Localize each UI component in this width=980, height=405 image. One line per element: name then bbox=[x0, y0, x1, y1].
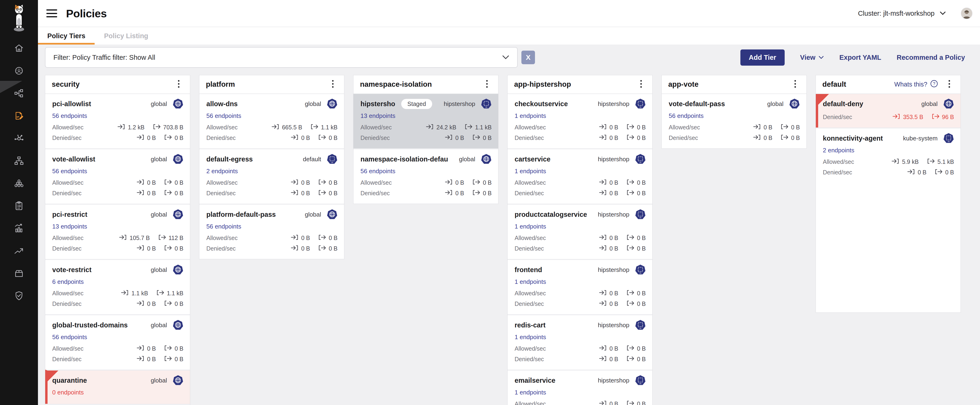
endpoints-link[interactable]: 56 endpoints bbox=[206, 222, 241, 230]
policy-card[interactable]: vote-restrictglobal6 endpointsAllowed/se… bbox=[45, 259, 190, 314]
policy-card[interactable]: default-egressdefaultns2 endpointsAllowe… bbox=[199, 148, 344, 204]
policy-card[interactable]: namespace-isolation-default-p…global56 e… bbox=[353, 148, 498, 204]
policy-card[interactable]: redis-carthipstershopns1 endpointsAllowe… bbox=[508, 314, 652, 370]
sidebar-item-workloads[interactable] bbox=[14, 268, 24, 279]
sidebar-item-clusters[interactable] bbox=[14, 178, 24, 188]
policy-card[interactable]: default-denyglobalDenied/sec353.5 B96 B bbox=[816, 94, 961, 128]
user-avatar[interactable] bbox=[961, 8, 972, 19]
tier-menu-button[interactable] bbox=[482, 79, 492, 89]
policy-card[interactable]: hipstershop-gh…Stagedhipstershopns13 end… bbox=[353, 94, 498, 148]
policy-card[interactable]: security-default-passglobal bbox=[45, 404, 190, 405]
stat-values: 0 B0 B bbox=[599, 134, 646, 142]
outbound-value: 0 B bbox=[318, 134, 337, 142]
sidebar-item-home[interactable] bbox=[14, 43, 24, 53]
policy-name: checkoutservice bbox=[515, 100, 568, 108]
tier-menu-button[interactable] bbox=[945, 79, 954, 89]
recommend-policy-button[interactable]: Recommend a Policy bbox=[897, 54, 965, 61]
tier-menu-button[interactable] bbox=[328, 79, 337, 89]
policy-card[interactable]: frontendhipstershopns1 endpointsAllowed/… bbox=[508, 259, 652, 314]
inbound-bytes: 0 B bbox=[609, 234, 618, 241]
endpoints-link[interactable]: 56 endpoints bbox=[52, 167, 87, 175]
endpoints-link[interactable]: 56 endpoints bbox=[669, 112, 703, 120]
policy-card[interactable]: allow-dnsglobal56 endpointsAllowed/sec66… bbox=[199, 94, 344, 148]
policy-card[interactable]: cartservicehipstershopns1 endpointsAllow… bbox=[508, 148, 652, 204]
inbound-bytes: 0 B bbox=[609, 345, 618, 352]
endpoints-link[interactable]: 13 endpoints bbox=[361, 112, 395, 120]
endpoints-link[interactable]: 1 endpoints bbox=[515, 167, 546, 175]
policy-card-top: vote-default-passglobal bbox=[669, 99, 800, 109]
tier-menu-button[interactable] bbox=[174, 79, 183, 89]
outbound-value: 0 B bbox=[627, 345, 646, 352]
sidebar-item-threat-defense[interactable] bbox=[14, 291, 24, 301]
tab-policy-listing[interactable]: Policy Listing bbox=[95, 27, 158, 45]
export-yaml-button[interactable]: Export YAML bbox=[839, 54, 881, 61]
inbound-bytes: 0 B bbox=[147, 300, 156, 307]
traffic-stat-row: Denied/sec0 B0 B bbox=[515, 188, 646, 199]
traffic-stat-row: Denied/sec0 B0 B bbox=[515, 243, 646, 254]
endpoints-link[interactable]: 1 endpoints bbox=[515, 388, 546, 396]
kebab-icon bbox=[794, 80, 796, 89]
sidebar-item-dashboard-gauge[interactable] bbox=[14, 65, 24, 76]
sidebar-item-infrastructure[interactable] bbox=[14, 156, 24, 166]
outbound-bytes: 0 B bbox=[637, 234, 646, 241]
question-circle-icon: ? bbox=[930, 80, 938, 89]
global-scope-icon bbox=[173, 375, 183, 386]
policy-card[interactable]: quarantineglobal0 endpoints bbox=[45, 370, 190, 404]
endpoints-link[interactable]: 56 endpoints bbox=[52, 112, 87, 120]
tier-title: security bbox=[52, 80, 80, 89]
endpoints-link[interactable]: 1 endpoints bbox=[515, 333, 546, 341]
outbound-arrow-icon bbox=[627, 134, 634, 142]
endpoints-link[interactable]: 56 endpoints bbox=[52, 333, 87, 341]
calico-cat-logo[interactable] bbox=[0, 0, 38, 35]
policy-card[interactable]: vote-default-passglobal56 endpointsAllow… bbox=[662, 94, 807, 148]
endpoints-link[interactable]: 6 endpoints bbox=[52, 278, 84, 286]
tier-menu-button[interactable] bbox=[791, 79, 800, 89]
policy-card[interactable]: emailservicehipstershopns1 endpointsAllo… bbox=[508, 370, 652, 405]
stat-label: Allowed/sec bbox=[515, 345, 546, 352]
endpoints-link[interactable]: 2 endpoints bbox=[823, 146, 854, 154]
sidebar-item-reports[interactable] bbox=[14, 223, 24, 233]
inbound-value: 0 B bbox=[137, 356, 156, 363]
clear-filter-button[interactable]: X bbox=[522, 51, 535, 64]
tier-header: security bbox=[45, 75, 190, 94]
policy-card[interactable]: konnectivity-agentkube-systemns2 endpoin… bbox=[816, 128, 961, 183]
tab-policy-tiers[interactable]: Policy Tiers bbox=[38, 27, 95, 45]
view-menu-button[interactable]: View bbox=[800, 54, 824, 61]
outbound-arrow-icon bbox=[164, 179, 172, 187]
menu-icon[interactable] bbox=[46, 10, 57, 18]
policy-card[interactable]: checkoutservicehipstershopns1 endpointsA… bbox=[508, 94, 652, 148]
sidebar-item-timeline[interactable] bbox=[14, 246, 24, 256]
outbound-value: 112 B bbox=[158, 234, 183, 242]
policy-card[interactable]: pci-allowlistglobal56 endpointsAllowed/s… bbox=[45, 94, 190, 148]
tier-menu-button[interactable] bbox=[636, 79, 646, 89]
whats-this-link[interactable]: Whats this?? bbox=[894, 80, 938, 89]
policy-card[interactable]: productcatalogservicehipstershopns1 endp… bbox=[508, 204, 652, 259]
cluster-selector[interactable]: Cluster: jlt-msft-workshop bbox=[858, 10, 946, 18]
endpoints-link[interactable]: 13 endpoints bbox=[52, 222, 87, 230]
policy-card[interactable]: vote-allowlistglobal56 endpointsAllowed/… bbox=[45, 148, 190, 204]
policy-card[interactable]: platform-default-passglobal56 endpointsA… bbox=[199, 204, 344, 259]
endpoints-link[interactable]: 56 endpoints bbox=[361, 167, 395, 175]
sidebar-item-service-graph[interactable] bbox=[14, 88, 24, 99]
add-tier-button[interactable]: Add Tier bbox=[740, 49, 785, 65]
sidebar-item-network-sets[interactable] bbox=[14, 133, 24, 144]
endpoints-link[interactable]: 2 endpoints bbox=[206, 167, 238, 175]
sidebar-item-policies[interactable] bbox=[14, 111, 24, 121]
policy-tier-board: securitypci-allowlistglobal56 endpointsA… bbox=[45, 75, 980, 405]
sidebar-item-compliance[interactable] bbox=[14, 201, 24, 211]
stat-values: 1.2 kB703.8 B bbox=[118, 124, 183, 131]
endpoints-link[interactable]: 1 endpoints bbox=[515, 278, 546, 286]
stat-label: Denied/sec bbox=[515, 356, 544, 363]
endpoints-link[interactable]: 56 endpoints bbox=[206, 112, 241, 120]
endpoints-link[interactable]: 1 endpoints bbox=[515, 112, 546, 120]
inbound-bytes: 5.9 kB bbox=[902, 158, 919, 165]
policy-card[interactable]: global-trusted-domainsglobal56 endpoints… bbox=[45, 314, 190, 370]
traffic-stat-row: Allowed/sec665.5 B1.1 kB bbox=[206, 122, 337, 133]
outbound-arrow-icon bbox=[465, 124, 472, 131]
endpoints-link[interactable]: 1 endpoints bbox=[515, 222, 546, 230]
policy-name: platform-default-pass bbox=[206, 211, 276, 218]
endpoints-link[interactable]: 0 endpoints bbox=[52, 388, 84, 396]
stat-values: 0 B0 B bbox=[137, 345, 183, 352]
policy-filter-dropdown[interactable]: Filter: Policy Traffic filter: Show All bbox=[45, 47, 518, 68]
policy-card[interactable]: pci-restrictglobal13 endpointsAllowed/se… bbox=[45, 204, 190, 259]
